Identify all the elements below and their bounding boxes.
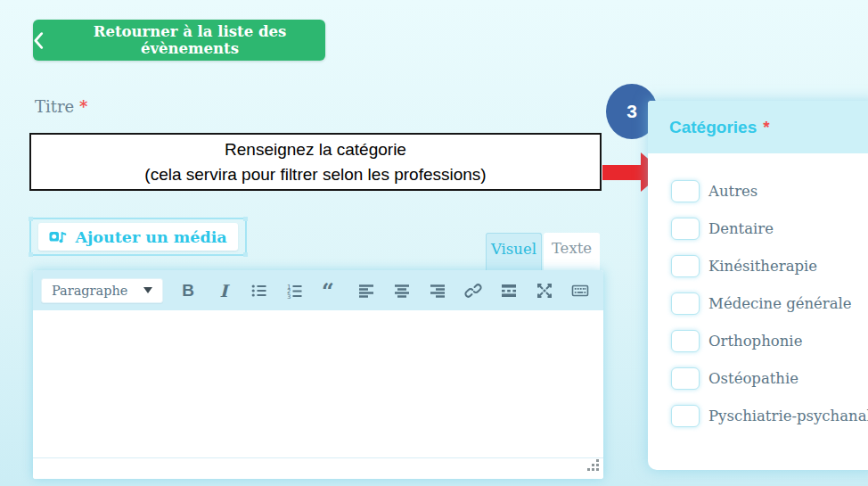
category-row-osteopathie[interactable]: Ostéopathie [648,359,868,397]
editor-status-bar [33,457,603,479]
read-more-icon[interactable] [495,277,522,304]
categories-panel: Catégories * Autres Dentaire Kinésithera… [648,101,868,470]
category-row-autres[interactable]: Autres [648,172,868,210]
category-checkbox[interactable] [671,367,700,390]
required-asterisk: * [79,97,87,116]
add-media-button[interactable]: Ajouter un média [38,223,238,251]
annotation-line2: (cela servira pour filtrer selon les pro… [144,162,486,187]
keyboard-shortcuts-icon[interactable] [567,277,594,304]
chevron-down-icon [143,287,152,293]
tab-visuel[interactable]: Visuel [486,233,542,270]
align-center-icon[interactable] [389,277,415,304]
annotation-line1: Renseignez la catégorie [225,137,406,162]
categories-header: Catégories * [648,101,868,153]
back-to-events-button[interactable]: Retourner à la liste des évènements [33,20,325,61]
annotation-callout: Renseignez la catégorie (cela servira po… [29,133,602,191]
back-button-label: Retourner à la liste des évènements [54,23,325,57]
categories-list: Autres Dentaire Kinésitherapie Médecine … [648,153,868,434]
event-edit-screen: Retourner à la liste des évènements Titr… [0,0,868,486]
category-checkbox[interactable] [671,180,700,202]
numbered-list-icon[interactable]: 1 2 3 [282,277,308,304]
bold-icon[interactable]: B [175,277,201,304]
add-media-label: Ajouter un média [75,228,226,246]
fullscreen-icon[interactable] [531,277,558,304]
add-media-icon [49,229,68,245]
italic-icon[interactable]: I [210,277,237,304]
align-right-icon[interactable] [424,277,451,304]
wysiwyg-editor: Paragraphe B I 1 2 3 [33,270,603,479]
category-checkbox[interactable] [671,255,700,277]
category-row-dentaire[interactable]: Dentaire [648,210,868,247]
category-checkbox[interactable] [671,330,700,352]
paragraph-format-select[interactable]: Paragraphe [41,278,163,303]
required-asterisk: * [763,118,769,137]
category-checkbox[interactable] [671,218,700,240]
svg-text:“: “ [322,282,334,300]
category-row-pyschiatrie[interactable]: Pyschiatrie-psychanalyste [648,397,868,434]
resize-grip-icon[interactable] [587,459,600,475]
category-row-medecine-generale[interactable]: Médecine générale [648,284,868,322]
svg-text:3: 3 [287,293,291,300]
editor-content-area[interactable] [33,310,603,457]
red-arrow-icon [602,165,641,180]
blockquote-icon[interactable]: “ [317,277,344,304]
tab-texte[interactable]: Texte [544,233,600,270]
category-checkbox[interactable] [671,292,700,315]
category-row-orthophonie[interactable]: Orthophonie [648,322,868,359]
editor-toolbar: Paragraphe B I 1 2 3 [33,270,603,310]
align-left-icon[interactable] [353,277,380,304]
title-field-label: Titre * [35,97,87,116]
category-row-kinesitherapie[interactable]: Kinésitherapie [648,247,868,284]
bulleted-list-icon[interactable] [246,277,273,304]
chevron-left-icon [33,32,44,49]
category-checkbox[interactable] [671,405,700,427]
link-icon[interactable] [460,277,487,304]
